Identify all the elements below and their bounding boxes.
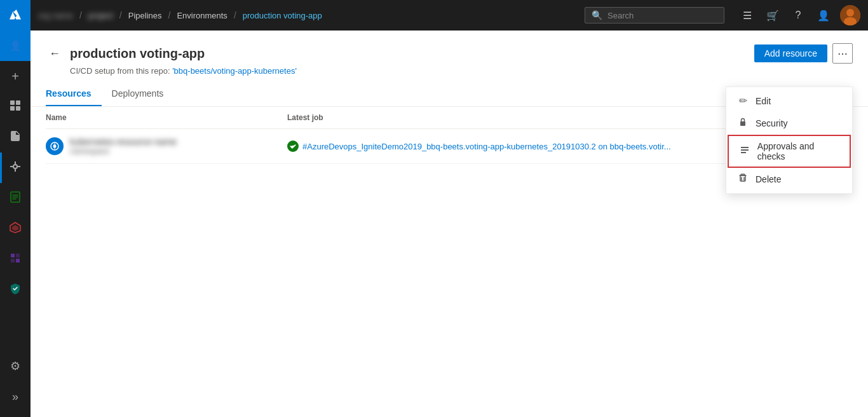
svg-rect-9 — [16, 254, 20, 257]
status-dot-success — [287, 140, 299, 152]
back-button[interactable]: ← — [46, 44, 64, 62]
sidebar-item-boards[interactable] — [0, 92, 31, 122]
main-area: org name / project / Pipelines / Environ… — [31, 0, 868, 417]
sidebar-item-artifacts[interactable] — [0, 214, 31, 244]
security-nav-icon — [9, 282, 22, 298]
sidebar: 👤 + — [0, 0, 31, 417]
menu-delete-label: Delete — [756, 174, 781, 184]
expand-icon: » — [12, 390, 18, 404]
menu-item-delete[interactable]: Delete — [726, 168, 852, 191]
svg-rect-2 — [10, 106, 15, 111]
svg-rect-17 — [740, 121, 745, 126]
list-view-btn[interactable]: ☰ — [736, 4, 759, 27]
approvals-icon — [739, 145, 751, 158]
cart-btn[interactable]: 🛒 — [761, 4, 784, 27]
resource-name-info: kubernetes-resource-name namespace — [70, 137, 177, 156]
resource-sub-text: namespace — [70, 147, 177, 156]
search-box[interactable]: 🔍 — [585, 7, 724, 24]
testmgr-icon — [9, 252, 22, 268]
page-title-row: ← production voting-app Add resource ⋯ — [46, 43, 853, 64]
topnav-current-page: production voting-app — [243, 11, 322, 20]
resource-name-text: kubernetes-resource-name — [70, 137, 177, 147]
topnav: org name / project / Pipelines / Environ… — [31, 0, 868, 31]
svg-rect-20 — [741, 152, 746, 153]
project-name-text: project — [88, 11, 113, 20]
svg-rect-21 — [740, 175, 745, 181]
menu-security-label: Security — [756, 118, 788, 128]
col-name-header: Name — [46, 113, 287, 122]
svg-rect-18 — [741, 147, 749, 148]
sidebar-bottom: ⚙ » — [0, 351, 31, 417]
page-title-actions: Add resource ⋯ — [754, 43, 853, 64]
page-title-left: ← production voting-app — [46, 44, 205, 62]
tab-resources[interactable]: Resources — [46, 83, 102, 106]
sidebar-item-testplans[interactable] — [0, 183, 31, 214]
sidebar-expand[interactable]: » — [0, 381, 31, 412]
sidebar-settings[interactable]: ⚙ — [0, 351, 31, 381]
help-btn[interactable]: ? — [787, 4, 810, 27]
add-icon: + — [11, 69, 19, 84]
repos-icon — [9, 130, 22, 146]
breadcrumb-sep-1: / — [79, 10, 82, 20]
topnav-environments[interactable]: Environments — [177, 11, 227, 20]
subtitle-text: CI/CD setup from this repo: — [70, 66, 172, 76]
back-icon: ← — [49, 47, 60, 60]
search-icon: 🔍 — [592, 10, 602, 20]
svg-rect-11 — [16, 259, 20, 263]
topnav-project[interactable]: project — [88, 11, 113, 20]
breadcrumb-sep-4: / — [234, 10, 236, 20]
testplans-icon — [9, 191, 22, 207]
boards-icon — [9, 99, 22, 115]
lock-icon — [736, 117, 749, 130]
edit-icon: ✏ — [736, 95, 749, 107]
pipelines-icon — [9, 160, 22, 176]
resource-name-cell: kubernetes-resource-name namespace — [46, 137, 287, 156]
svg-rect-0 — [10, 100, 15, 105]
breadcrumb-sep-3: / — [168, 10, 171, 20]
topnav-actions: ☰ 🛒 ? 👤 — [736, 4, 860, 27]
sidebar-item-pipelines[interactable] — [0, 153, 31, 183]
menu-item-security[interactable]: Security — [726, 112, 852, 135]
tab-deployments[interactable]: Deployments — [112, 83, 174, 106]
page-content: ← production voting-app Add resource ⋯ C… — [31, 31, 868, 417]
svg-rect-10 — [11, 259, 15, 263]
svg-rect-8 — [11, 254, 15, 257]
svg-rect-3 — [16, 106, 20, 111]
menu-item-approvals[interactable]: Approvals and checks — [728, 135, 851, 168]
menu-approvals-label: Approvals and checks — [757, 141, 839, 161]
page-title: production voting-app — [70, 46, 205, 61]
more-icon: ⋯ — [837, 48, 848, 60]
breadcrumb-sep-2: / — [119, 10, 122, 20]
svg-marker-7 — [12, 225, 18, 231]
menu-item-edit[interactable]: ✏ Edit — [726, 90, 852, 112]
more-options-button[interactable]: ⋯ — [832, 43, 853, 64]
sidebar-item-testmgr[interactable] — [0, 244, 31, 275]
svg-point-4 — [13, 165, 17, 168]
topnav-pipelines[interactable]: Pipelines — [128, 11, 162, 20]
search-input[interactable] — [607, 11, 717, 20]
job-text[interactable]: #AzureDevops_IgniteDemo2019_bbq-beets.vo… — [302, 142, 671, 151]
page-subtitle: CI/CD setup from this repo: 'bbq-beets/v… — [70, 66, 853, 76]
artifacts-icon — [9, 221, 22, 237]
sidebar-item-add[interactable]: + — [0, 61, 31, 92]
resource-icon — [46, 137, 64, 155]
menu-edit-label: Edit — [756, 96, 771, 106]
delete-icon — [736, 173, 749, 186]
user-avatar[interactable] — [840, 5, 860, 25]
settings-icon: ⚙ — [10, 359, 20, 373]
add-resource-button[interactable]: Add resource — [754, 44, 827, 62]
sidebar-item-repos[interactable] — [0, 122, 31, 153]
sidebar-logo[interactable] — [0, 0, 31, 31]
svg-rect-19 — [741, 149, 749, 151]
account-btn[interactable]: 👤 — [812, 4, 835, 27]
subtitle-link[interactable]: 'bbq-beets/voting-app-kubernetes' — [172, 66, 297, 76]
dropdown-menu: ✏ Edit Security — [726, 86, 853, 194]
overview-icon: 👤 — [10, 40, 22, 51]
sidebar-item-security-nav[interactable] — [0, 275, 31, 305]
sidebar-item-overview[interactable]: 👤 — [0, 31, 31, 61]
svg-rect-1 — [16, 100, 20, 105]
svg-point-13 — [846, 9, 854, 17]
topnav-org: org name — [38, 11, 73, 20]
